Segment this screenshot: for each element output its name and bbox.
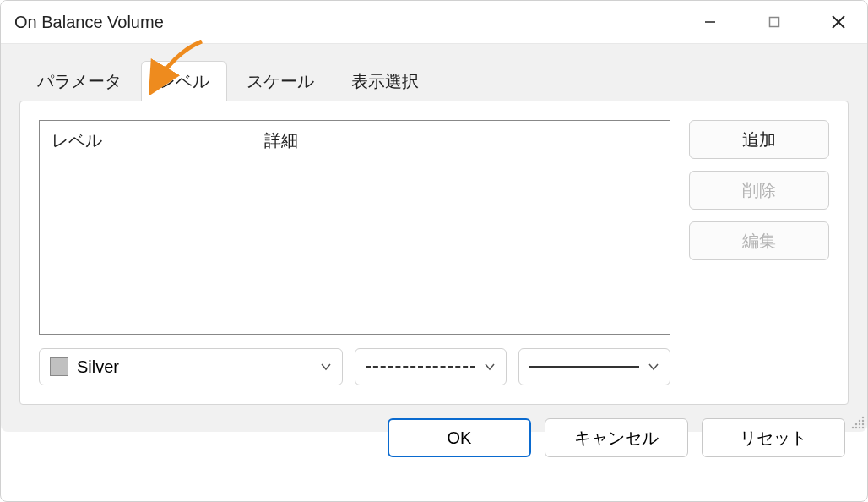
delete-button: 削除 — [689, 171, 829, 210]
solid-line-icon — [529, 366, 639, 368]
window-title: On Balance Volume — [14, 13, 164, 32]
svg-point-6 — [862, 420, 864, 422]
chevron-down-icon — [648, 361, 659, 373]
color-name-label: Silver — [77, 357, 320, 377]
dialog-body: パラメータ レベル スケール 表示選択 レベル 詳細 Silver — [1, 43, 867, 432]
edit-button: 編集 — [689, 221, 829, 260]
svg-point-8 — [859, 423, 860, 425]
svg-point-7 — [855, 423, 857, 425]
maximize-button[interactable] — [759, 7, 789, 37]
color-swatch-icon — [50, 357, 68, 376]
column-header-level[interactable]: レベル — [40, 121, 252, 161]
ok-button[interactable]: OK — [388, 418, 531, 457]
minimize-button[interactable] — [695, 7, 725, 37]
level-tab-panel: レベル 詳細 Silver — [19, 101, 849, 405]
tab-bar: パラメータ レベル スケール 表示選択 — [19, 61, 849, 101]
add-button[interactable]: 追加 — [689, 120, 829, 159]
chevron-down-icon — [320, 361, 332, 373]
column-header-detail[interactable]: 詳細 — [252, 121, 670, 161]
svg-point-11 — [855, 427, 857, 428]
svg-point-12 — [859, 427, 860, 428]
svg-point-4 — [862, 417, 864, 418]
svg-point-9 — [862, 423, 864, 425]
resize-grip-icon[interactable] — [850, 415, 865, 430]
cancel-button[interactable]: キャンセル — [545, 418, 688, 457]
reset-button[interactable]: リセット — [702, 418, 845, 457]
style-selectors: Silver — [39, 348, 670, 385]
line-style-select[interactable] — [355, 348, 507, 385]
maximize-icon — [768, 16, 780, 28]
dialog-footer: OK キャンセル リセット — [19, 418, 849, 457]
right-column: 追加 削除 編集 — [689, 120, 829, 385]
left-column: レベル 詳細 Silver — [39, 120, 670, 385]
svg-point-10 — [852, 427, 854, 428]
svg-point-13 — [862, 427, 864, 428]
svg-point-5 — [859, 420, 860, 422]
titlebar: On Balance Volume — [1, 1, 867, 43]
tab-display[interactable]: 表示選択 — [334, 61, 437, 101]
tab-levels[interactable]: レベル — [141, 61, 227, 101]
line-width-select[interactable] — [518, 348, 670, 385]
tab-scale[interactable]: スケール — [229, 61, 332, 101]
minimize-icon — [703, 15, 717, 29]
close-button[interactable] — [823, 7, 854, 37]
table-header: レベル 詳細 — [40, 121, 670, 161]
dashed-line-icon — [366, 366, 475, 368]
window-controls — [695, 7, 854, 37]
tab-parameters[interactable]: パラメータ — [19, 61, 139, 101]
color-select[interactable]: Silver — [39, 348, 343, 385]
close-icon — [831, 14, 846, 30]
svg-rect-1 — [770, 18, 779, 27]
dialog-window: On Balance Volume パラメータ レベル ス — [0, 0, 868, 502]
chevron-down-icon — [484, 361, 496, 373]
level-table[interactable]: レベル 詳細 — [39, 120, 670, 335]
